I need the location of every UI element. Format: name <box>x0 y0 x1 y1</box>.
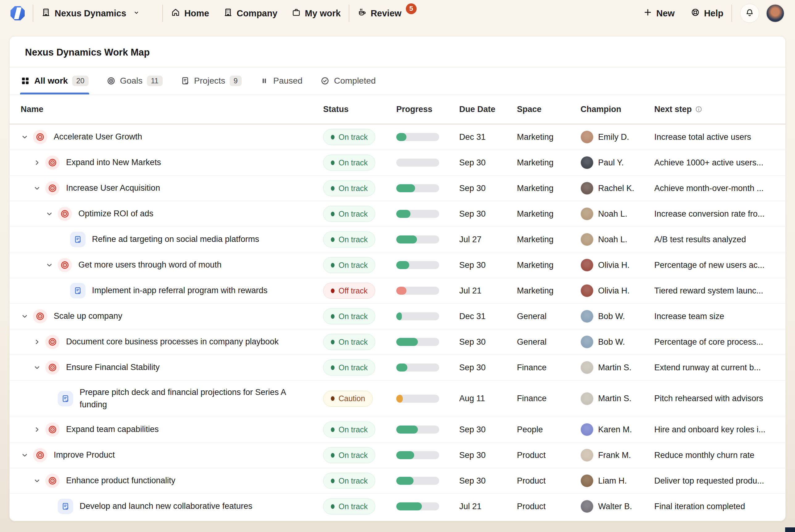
status-badge[interactable]: On track <box>323 206 375 222</box>
tab-label: Completed <box>334 76 376 86</box>
status-cell: On track <box>323 498 396 514</box>
status-badge[interactable]: On track <box>323 421 375 438</box>
item-name[interactable]: Expand into New Markets <box>66 156 161 169</box>
status-badge[interactable]: On track <box>323 334 375 350</box>
status-badge[interactable]: On track <box>323 129 375 145</box>
item-name[interactable]: Prepare pitch deck and financial project… <box>80 386 314 411</box>
status-badge[interactable]: On track <box>323 231 375 247</box>
nav-item-company[interactable]: Company <box>224 8 278 19</box>
champion-cell: Bob W. <box>581 310 654 323</box>
item-name[interactable]: Get more users through word of mouth <box>78 259 222 271</box>
progress-fill <box>396 395 403 403</box>
item-name[interactable]: Increase User Acquisition <box>66 182 160 194</box>
progress-cell <box>396 338 459 346</box>
chevron-right-icon[interactable] <box>33 338 45 346</box>
status-cell: Caution <box>323 391 396 407</box>
column-header-label: Due Date <box>459 104 495 114</box>
check-circle-icon <box>320 76 329 86</box>
tab-all-work[interactable]: All work20 <box>20 67 89 94</box>
item-name[interactable]: Implement in-app referral program with r… <box>92 285 268 297</box>
space-name: Finance <box>517 363 581 373</box>
space-name: Marketing <box>517 261 581 270</box>
progress-bar <box>396 477 439 485</box>
table-row: Ensure Financial StabilityOn trackSep 30… <box>10 355 785 380</box>
item-name[interactable]: Improve Product <box>54 449 115 461</box>
item-name[interactable]: Optimize ROI of ads <box>78 208 153 220</box>
chevron-down-icon[interactable] <box>21 451 33 459</box>
item-name[interactable]: Document core business processes in comp… <box>66 336 279 348</box>
name-cell: Document core business processes in comp… <box>10 335 323 349</box>
item-name[interactable]: Enhance product functionality <box>66 475 175 487</box>
due-date: Dec 31 <box>459 132 517 142</box>
due-date: Dec 31 <box>459 312 517 321</box>
nav-item-my-work[interactable]: My work <box>292 8 341 19</box>
building-icon <box>41 8 51 19</box>
due-date: Sep 30 <box>459 209 517 219</box>
item-name[interactable]: Refine ad targeting on social media plat… <box>92 233 259 245</box>
progress-cell <box>396 261 459 269</box>
chevron-down-icon[interactable] <box>45 261 58 269</box>
tab-completed[interactable]: Completed <box>320 67 376 94</box>
item-name[interactable]: Accelerate User Growth <box>54 131 142 143</box>
help-button[interactable]: Help <box>691 8 723 19</box>
status-badge[interactable]: On track <box>323 180 375 196</box>
avatar <box>581 156 593 169</box>
champion-cell: Rachel K. <box>581 182 654 195</box>
tab-label: Projects <box>194 76 225 86</box>
tab-goals[interactable]: Goals11 <box>106 67 163 94</box>
item-name[interactable]: Ensure Financial Stability <box>66 361 159 374</box>
progress-bar <box>396 133 439 141</box>
progress-cell <box>396 210 459 218</box>
chevron-down-icon[interactable] <box>33 184 45 192</box>
item-name[interactable]: Scale up company <box>54 310 122 322</box>
champion-name: Martin S. <box>598 394 631 403</box>
status-badge[interactable]: On track <box>323 360 375 376</box>
progress-fill <box>396 425 418 434</box>
next-step: Reduce monthly churn rate <box>654 451 785 460</box>
progress-cell <box>396 451 459 459</box>
column-header-name: Name <box>10 104 323 114</box>
item-name[interactable]: Expand team capabilities <box>66 423 159 435</box>
status-badge[interactable]: On track <box>323 155 375 171</box>
status-badge[interactable]: On track <box>323 473 375 489</box>
name-cell: Implement in-app referral program with r… <box>10 283 323 298</box>
nav-item-label: Company <box>237 8 278 19</box>
status-badge[interactable]: Off track <box>323 283 375 299</box>
notifications-button[interactable] <box>740 4 759 23</box>
workspace-switcher[interactable]: Nexus Dynamics <box>41 8 140 19</box>
chevron-down-icon[interactable] <box>21 312 33 320</box>
status-dot <box>331 504 335 509</box>
status-badge[interactable]: On track <box>323 498 375 514</box>
new-button-label: New <box>657 8 675 19</box>
status-badge[interactable]: On track <box>323 257 375 273</box>
tab-paused[interactable]: Paused <box>259 67 303 94</box>
status-badge[interactable]: On track <box>323 447 375 463</box>
chevron-down-icon[interactable] <box>33 363 45 372</box>
chevron-right-icon[interactable] <box>33 158 45 167</box>
champion-name: Noah L. <box>598 235 627 244</box>
top-nav: Nexus Dynamics HomeCompanyMy workReview5… <box>0 0 795 26</box>
chevron-down-icon[interactable] <box>33 477 45 485</box>
progress-fill <box>396 287 406 295</box>
chevron-down-icon[interactable] <box>21 133 33 141</box>
goal-target-icon <box>45 422 60 437</box>
name-cell: Prepare pitch deck and financial project… <box>10 386 323 411</box>
status-badge[interactable]: Caution <box>323 391 373 407</box>
new-button[interactable]: New <box>643 8 675 19</box>
progress-fill <box>396 477 414 485</box>
tab-projects[interactable]: Projects9 <box>180 67 243 94</box>
app-logo-icon[interactable] <box>11 6 25 20</box>
nav-item-review[interactable]: Review5 <box>357 8 417 19</box>
chevron-right-icon[interactable] <box>33 425 45 434</box>
progress-fill <box>396 210 411 218</box>
item-name[interactable]: Develop and launch new collaborative fea… <box>80 500 252 512</box>
due-date: Aug 11 <box>459 394 517 403</box>
status-dot <box>331 288 335 293</box>
due-date: Sep 30 <box>459 337 517 347</box>
user-avatar[interactable] <box>766 4 784 22</box>
column-header-next-step: Next step <box>654 104 785 114</box>
project-icon <box>70 232 86 247</box>
chevron-down-icon[interactable] <box>45 210 58 218</box>
status-badge[interactable]: On track <box>323 308 375 324</box>
nav-item-home[interactable]: Home <box>171 8 209 19</box>
